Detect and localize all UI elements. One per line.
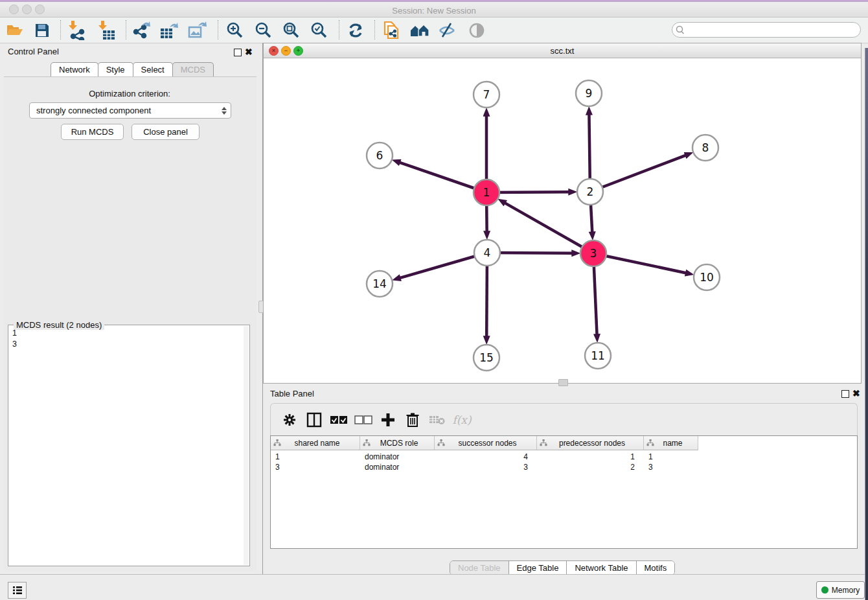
table-panel-float-icon[interactable] [841,390,849,398]
cell-predecessor-nodes[interactable]: 2 [537,462,644,472]
zoom-fit-icon[interactable] [279,19,303,41]
optimization-select[interactable]: strongly connected component [29,102,231,119]
zoom-in-icon[interactable] [223,19,246,41]
graph-node-4[interactable]: 4 [474,240,500,266]
graph-node-6[interactable]: 6 [367,143,393,168]
graph-node-8[interactable]: 8 [692,135,718,161]
svg-text:11: 11 [591,349,605,362]
control-panel-float-icon[interactable] [234,49,242,56]
hide-selected-icon[interactable] [436,19,459,41]
window-titlebar: Session: New Session [0,2,868,17]
graph-node-7[interactable]: 7 [474,82,499,108]
graph-node-1[interactable]: 1 [474,179,499,205]
cell-name[interactable]: 1 [644,452,698,462]
mcds-result-box: MCDS result (2 nodes) 1 3 [8,325,250,566]
deselect-all-rows-icon[interactable] [351,409,376,431]
graph-edge-2-8[interactable] [590,156,685,192]
result-scrollbar[interactable] [244,326,249,565]
cell-successor-nodes[interactable]: 4 [435,452,537,462]
node-table[interactable]: shared nameMCDS rolesuccessor nodesprede… [270,435,858,549]
clone-network-icon[interactable] [380,19,403,41]
column-header-shared-name[interactable]: shared name [271,436,360,450]
cell-predecessor-nodes[interactable]: 1 [537,452,644,462]
cell-name[interactable]: 3 [644,462,698,472]
cell-shared-name[interactable]: 1 [271,452,360,462]
table-row[interactable]: 3dominator323 [271,462,698,472]
svg-text:9: 9 [586,87,593,100]
import-network-icon[interactable] [65,19,89,41]
graph-node-9[interactable]: 9 [576,80,602,106]
table-toolbar: f(x) [270,403,858,435]
tab-edge-table[interactable]: Edge Table [509,561,567,575]
column-header-predecessor-nodes[interactable]: predecessor nodes [537,436,644,450]
cell-shared-name[interactable]: 3 [271,462,360,472]
control-panel-close-icon[interactable]: ✖ [245,48,253,56]
export-table-icon[interactable] [157,19,181,41]
column-header-MCDS-role[interactable]: MCDS role [360,436,435,450]
horizontal-splitter-grip[interactable] [558,379,568,386]
graph-node-15[interactable]: 15 [474,345,499,371]
select-all-rows-icon[interactable] [326,409,351,431]
first-neighbors-icon[interactable] [408,19,431,41]
network-window-title: scc.txt [264,46,861,56]
graph-node-2[interactable]: 2 [577,179,603,205]
column-header-successor-nodes[interactable]: successor nodes [435,436,537,450]
network-canvas[interactable]: 7968124314101511 [264,58,861,383]
add-column-icon[interactable] [376,409,400,431]
memory-status-icon [821,586,828,594]
delete-table-icon[interactable] [425,409,450,431]
export-image-icon[interactable] [186,19,209,41]
graph-node-11[interactable]: 11 [585,343,611,369]
column-header-name[interactable]: name [644,436,698,450]
search-input[interactable] [687,25,851,35]
graph-node-14[interactable]: 14 [367,271,393,297]
mcds-result-title: MCDS result (2 nodes) [14,320,104,330]
memory-button[interactable]: Memory [816,581,865,599]
import-table-icon[interactable] [95,19,119,41]
tab-network[interactable]: Network [51,62,98,76]
column-type-icon [540,439,547,446]
table-panel-close-icon[interactable]: ✖ [852,389,860,397]
graph-edge-3-1[interactable] [505,203,593,253]
status-bar: Memory [0,574,868,600]
export-network-icon[interactable] [130,19,153,41]
delete-column-icon[interactable] [400,409,425,431]
main-toolbar [0,17,868,43]
split-columns-icon[interactable] [302,409,326,431]
tab-node-table[interactable]: Node Table [450,561,509,575]
svg-text:7: 7 [483,88,490,101]
svg-text:8: 8 [702,141,709,154]
task-history-button[interactable] [8,582,27,599]
svg-text:4: 4 [484,246,491,259]
tab-network-table[interactable]: Network Table [567,561,636,575]
search-field[interactable] [672,22,861,38]
refresh-icon[interactable] [344,19,367,41]
optimization-select-value: strongly connected component [30,106,219,115]
function-builder-icon[interactable]: f(x) [450,409,474,431]
show-all-icon[interactable] [465,19,488,41]
chevron-up-down-icon [219,104,229,117]
toolbar-separator [374,20,375,40]
tab-style[interactable]: Style [98,62,133,76]
toolbar-separator [60,20,61,40]
zoom-selected-icon[interactable] [307,19,330,41]
graph-node-10[interactable]: 10 [694,264,720,290]
close-panel-button[interactable]: Close panel [131,124,200,140]
run-mcds-button[interactable]: Run MCDS [61,124,124,140]
cell-successor-nodes[interactable]: 3 [435,462,537,472]
zoom-out-icon[interactable] [251,19,275,41]
open-session-icon[interactable] [3,19,27,41]
tab-select[interactable]: Select [133,62,173,76]
optimization-criterion-label: Optimization criterion: [0,89,259,98]
table-row[interactable]: 1dominator411 [271,452,698,462]
table-settings-icon[interactable] [277,409,302,431]
svg-text:10: 10 [700,271,714,284]
graph-edge-3-10[interactable] [593,253,686,273]
toolbar-separator [218,20,218,40]
tab-mcds[interactable]: MCDS [172,62,214,76]
cell-MCDS-role[interactable]: dominator [360,452,435,462]
graph-node-3[interactable]: 3 [580,240,606,266]
save-session-icon[interactable] [30,19,54,41]
cell-MCDS-role[interactable]: dominator [360,462,435,472]
tab-motifs[interactable]: Motifs [637,561,675,575]
